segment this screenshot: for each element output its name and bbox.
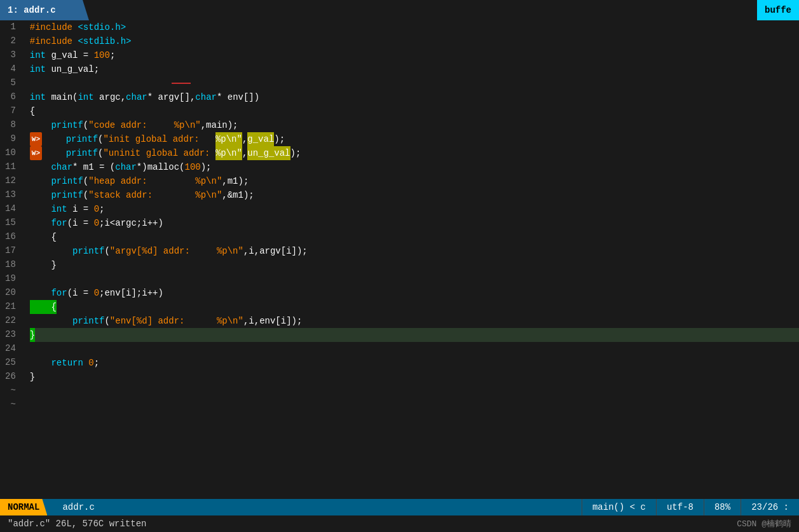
code-token: , (242, 132, 247, 146)
code-token: ,i,env[i]); (243, 314, 302, 328)
code-token: "uninit global addr: (103, 146, 210, 160)
code-token: 0 (94, 202, 99, 216)
code-token: "init global addr: (103, 132, 210, 146)
code-token: ( (98, 132, 103, 146)
file-info: "addr.c" 26L, 576C written (8, 519, 146, 529)
code-token: *)malloc( (137, 160, 185, 174)
bottom-line: "addr.c" 26L, 576C written CSDN @楠鹤晴 (0, 515, 799, 532)
code-token: ,i,argv[i]); (243, 244, 308, 258)
status-filename: addr.c (52, 502, 104, 512)
code-token: %p\n" (215, 132, 242, 146)
line-number: 1 (5, 20, 20, 34)
code-token: %p\n" (217, 314, 243, 328)
code-token: %p\n" (217, 244, 243, 258)
code-token: for (51, 286, 67, 300)
table-row: { (30, 230, 799, 244)
table-row: printf("argv[%d] addr: %p\n",i,argv[i]); (30, 244, 799, 258)
code-token: ( (104, 314, 109, 328)
status-percent: 88% (704, 499, 741, 515)
line-number: 25 (5, 356, 20, 370)
code-token: printf (66, 132, 98, 146)
code-token: { (30, 230, 57, 244)
warning-badge: W> (30, 132, 42, 146)
line-number: 20 (5, 286, 20, 300)
csdn-credit: CSDN @楠鹤晴 (737, 518, 791, 529)
line-number: 23 (5, 328, 20, 342)
code-token: 0 (94, 216, 99, 230)
code-token: g_val (247, 132, 274, 146)
code-token: ( (98, 146, 103, 160)
code-token: un_g_val (247, 146, 290, 160)
line-number: 13 (5, 188, 20, 202)
table-row: W> printf("uninit global addr: %p\n",un_… (30, 146, 799, 160)
table-row: { (30, 300, 799, 314)
code-token: "heap addr: (88, 174, 190, 188)
line-number: 2 (5, 34, 20, 48)
code-token (168, 118, 174, 132)
code-token (30, 286, 51, 300)
table-row: return 0; (30, 356, 799, 370)
code-token: main); (206, 118, 238, 132)
code-token: char (51, 160, 72, 174)
line-number: 10 (5, 146, 20, 160)
code-token: char (126, 90, 147, 104)
code-token: "code addr: (88, 118, 168, 132)
tab-right-label: buffe (757, 0, 799, 20)
table-row: int g_val = 100; (30, 48, 799, 62)
code-token: char (195, 90, 217, 104)
line-number: 18 (5, 258, 20, 272)
code-token: printf (51, 118, 83, 132)
code-token: } (30, 370, 35, 384)
code-token: int (78, 90, 93, 104)
code-token: return (51, 356, 83, 370)
code-token: } (30, 258, 57, 272)
table-row: printf("env[%d] addr: %p\n",i,env[i]); (30, 314, 799, 328)
code-token: int (30, 62, 46, 76)
line-number: 4 (5, 62, 20, 76)
line-number: 22 (5, 314, 20, 328)
code-token (210, 146, 215, 160)
table-row: } (30, 370, 799, 384)
code-token: ( (83, 174, 88, 188)
tab-active[interactable]: 1: addr.c (0, 0, 89, 20)
code-token: argc, (94, 90, 126, 104)
table-row: { (30, 104, 799, 118)
code-token: char (115, 160, 137, 174)
table-row: int i = 0; (30, 202, 799, 216)
code-token: <stdio.h> (78, 20, 126, 34)
code-token (30, 314, 72, 328)
code-token: int (51, 202, 67, 216)
line-number: 11 (5, 160, 20, 174)
code-token: printf (51, 174, 83, 188)
code-token (30, 188, 51, 202)
code-lines[interactable]: #include <stdio.h>#include <stdlib.h>int… (25, 20, 799, 499)
line-number: 14 (5, 202, 20, 216)
table-row (30, 384, 799, 398)
code-token: %p\n" (215, 146, 242, 160)
code-token (30, 160, 51, 174)
code-token: 100 (94, 48, 110, 62)
status-encoding: utf-8 (656, 499, 704, 515)
table-row: #include <stdio.h> (30, 20, 799, 34)
code-token (72, 20, 78, 34)
status-right: main() < c utf-8 88% 23/26 : (582, 499, 799, 515)
code-token (30, 216, 51, 230)
code-token: (i = (67, 286, 94, 300)
code-token: printf (72, 244, 104, 258)
table-row (30, 76, 799, 90)
code-token: ;i<argc;i++) (99, 216, 163, 230)
table-row (30, 342, 799, 356)
table-row: } (30, 328, 799, 342)
line-number: 5 (5, 76, 20, 90)
table-row: } (30, 258, 799, 272)
table-row: printf("code addr: %p\n",main); (30, 118, 799, 132)
code-token: ,m1); (222, 174, 249, 188)
line-number: 9 (5, 132, 20, 146)
code-token (72, 34, 78, 48)
code-token: , (242, 146, 247, 160)
code-token: un_g_val; (46, 62, 99, 76)
code-token: ( (83, 188, 88, 202)
table-row: W> printf("init global addr: %p\n",g_val… (30, 132, 799, 146)
warning-badge: W> (30, 146, 42, 160)
code-token: for (51, 216, 67, 230)
